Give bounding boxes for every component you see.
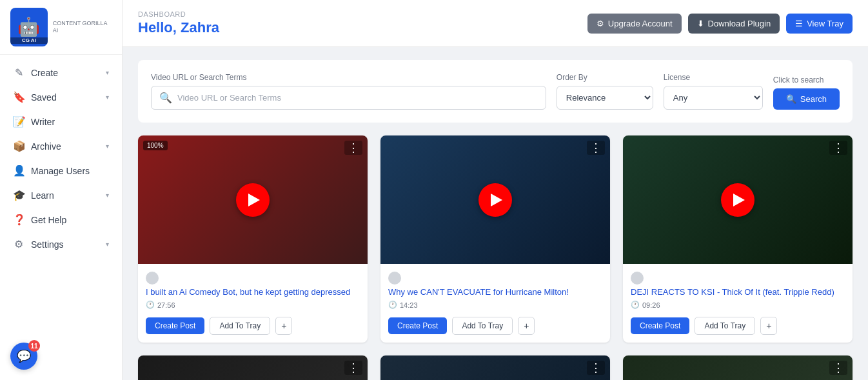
sidebar-label-manage-users: Manage Users (31, 166, 109, 176)
sidebar-item-writer[interactable]: 📝 Writer (3, 110, 119, 134)
search-btn-label: Search (800, 94, 827, 104)
sidebar-item-archive[interactable]: 📦 Archive ▾ (3, 134, 119, 158)
tray-icon: ☰ (795, 19, 803, 28)
sidebar-label-get-help: Get Help (31, 215, 109, 225)
sidebar-label-archive: Archive (31, 141, 99, 152)
create-post-button[interactable]: Create Post (388, 317, 447, 334)
video-title: I built an Ai Comedy Bot, but he kept ge… (146, 287, 360, 298)
duration-value: 14:23 (400, 301, 418, 309)
search-button[interactable]: 🔍 Search (773, 88, 840, 110)
sidebar: 🤖 CG AI CONTENT GORILLA AI ✎ Create ▾ 🔖 … (0, 0, 123, 380)
video-actions: Create Post Add To Tray + (623, 317, 853, 343)
video-channel (146, 272, 360, 285)
search-click-label: Click to search (773, 75, 840, 85)
video-card: ⋮ JENNIE - 'Mantra' Official MV Teaser 🕐… (138, 355, 368, 380)
video-menu-button[interactable]: ⋮ (587, 361, 605, 375)
sidebar-label-learn: Learn (31, 190, 99, 201)
video-menu-button[interactable]: ⋮ (829, 361, 847, 375)
play-button[interactable] (623, 135, 853, 264)
plus-button[interactable]: + (275, 317, 292, 335)
video-info: I built an Ai Comedy Bot, but he kept ge… (138, 264, 368, 317)
add-to-tray-button[interactable]: Add To Tray (695, 317, 755, 335)
video-channel (631, 272, 845, 285)
play-circle (478, 183, 512, 217)
channel-avatar (146, 272, 159, 285)
sidebar-item-create[interactable]: ✎ Create ▾ (3, 61, 119, 85)
download-plugin-button[interactable]: ⬇ Download Plugin (688, 14, 780, 34)
breadcrumb: DASHBOARD (138, 10, 219, 18)
sidebar-item-manage-users[interactable]: 👤 Manage Users (3, 159, 119, 183)
content-area: Video URL or Search Terms 🔍 Order By Rel… (123, 47, 868, 380)
license-label: License (664, 73, 763, 82)
play-button[interactable] (138, 355, 368, 380)
chat-badge: 11 (28, 340, 40, 352)
video-menu-button[interactable]: ⋮ (829, 141, 847, 155)
sidebar-item-saved[interactable]: 🔖 Saved ▾ (3, 85, 119, 109)
video-card: ⋮ DEJI REACTS TO KSI - Thick Of It (feat… (623, 135, 853, 343)
download-icon: ⬇ (697, 19, 704, 28)
sidebar-item-get-help[interactable]: ❓ Get Help (3, 208, 119, 232)
view-tray-label: View Tray (807, 19, 843, 28)
duration-value: 09:26 (642, 301, 660, 309)
video-duration: 🕐 14:23 (388, 301, 602, 309)
video-menu-button[interactable]: ⋮ (344, 361, 362, 375)
license-field: License Any Creative Commons YouTube (664, 73, 763, 110)
video-actions: Create Post Add To Tray + (138, 317, 368, 343)
video-thumbnail[interactable]: ⋮ (380, 355, 610, 380)
video-menu-button[interactable]: ⋮ (344, 141, 362, 155)
sidebar-label-create: Create (31, 68, 99, 78)
search-input[interactable] (177, 93, 538, 103)
video-info: Why we CAN'T EVACUATE for Hurricane Milt… (380, 264, 610, 317)
play-circle (721, 183, 755, 217)
license-select[interactable]: Any Creative Commons YouTube (664, 86, 763, 110)
chevron-down-icon: ▾ (106, 143, 109, 150)
video-title: Why we CAN'T EVACUATE for Hurricane Milt… (388, 287, 602, 298)
video-thumbnail[interactable]: ⋮ (138, 355, 368, 380)
order-by-field: Order By Relevance Date Rating ViewCount (557, 73, 653, 110)
play-button[interactable] (380, 355, 610, 380)
order-by-select[interactable]: Relevance Date Rating ViewCount (557, 86, 653, 110)
play-button[interactable] (138, 135, 368, 264)
search-icon: 🔍 (159, 92, 172, 104)
video-thumbnail[interactable]: ⋮ (623, 135, 853, 264)
sidebar-logo[interactable]: 🤖 CG AI CONTENT GORILLA AI (0, 0, 122, 55)
video-card: ⋮ Latest details on Hurricane Milton wit… (380, 355, 610, 380)
video-info: DEJI REACTS TO KSI - Thick Of It (feat. … (623, 264, 853, 317)
sidebar-label-saved: Saved (31, 92, 99, 103)
upgrade-account-button[interactable]: ⚙ Upgrade Account (587, 14, 682, 34)
search-field: Video URL or Search Terms 🔍 (151, 73, 546, 110)
chat-bubble[interactable]: 💬 11 (10, 343, 37, 370)
video-thumbnail[interactable]: ⋮ (623, 355, 853, 380)
search-btn-icon: 🔍 (786, 94, 796, 104)
sidebar-item-settings[interactable]: ⚙ Settings ▾ (3, 232, 119, 256)
settings-icon: ⚙ (13, 238, 25, 250)
greeting-text: Hello, (138, 19, 181, 35)
play-button[interactable] (623, 355, 853, 380)
view-tray-button[interactable]: ☰ View Tray (786, 14, 853, 34)
video-grid: 100% ⋮ I built an Ai Comedy Bot, but he … (138, 135, 853, 380)
video-actions: Create Post Add To Tray + (380, 317, 610, 343)
app-logo: 🤖 CG AI (10, 8, 48, 46)
add-to-tray-button[interactable]: Add To Tray (210, 317, 270, 335)
chevron-down-icon: ▾ (106, 69, 109, 76)
plus-button[interactable]: + (760, 317, 777, 335)
username-text: Zahra (181, 19, 219, 35)
header-left: DASHBOARD Hello, Zahra (138, 10, 219, 36)
sidebar-item-learn[interactable]: 🎓 Learn ▾ (3, 183, 119, 207)
video-thumbnail[interactable]: ⋮ (380, 135, 610, 264)
chevron-down-icon: ▾ (106, 94, 109, 101)
video-thumbnail[interactable]: 100% ⋮ (138, 135, 368, 264)
order-by-label: Order By (557, 73, 653, 82)
video-menu-button[interactable]: ⋮ (587, 141, 605, 155)
search-input-wrap: 🔍 (151, 86, 546, 110)
create-post-button[interactable]: Create Post (631, 317, 689, 334)
plus-button[interactable]: + (518, 317, 535, 335)
play-triangle (248, 194, 260, 206)
sidebar-label-settings: Settings (31, 239, 99, 250)
play-button[interactable] (380, 135, 610, 264)
play-triangle (733, 194, 745, 206)
clock-icon: 🕐 (388, 301, 397, 309)
create-post-button[interactable]: Create Post (146, 317, 204, 334)
upgrade-icon: ⚙ (597, 19, 604, 28)
add-to-tray-button[interactable]: Add To Tray (452, 317, 513, 335)
